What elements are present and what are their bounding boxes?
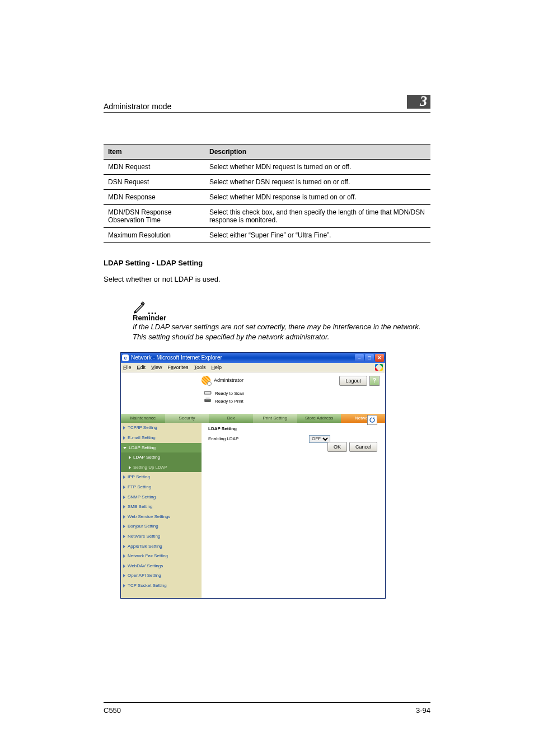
cancel-button[interactable]: Cancel — [349, 442, 377, 452]
cell-item: DSN Request — [104, 175, 205, 190]
scanner-icon — [204, 389, 212, 398]
svg-rect-2 — [205, 392, 211, 394]
main-pane: LDAP Setting Enabling LDAP OFF OK Cancel — [202, 423, 385, 598]
menu-edit[interactable]: Edit — [137, 365, 146, 371]
cell-desc: Select whether DSN request is turned on … — [205, 175, 430, 190]
nav-webdav[interactable]: WebDAV Settings — [121, 561, 202, 571]
col-header-item: Item — [104, 144, 205, 160]
table-row: MDN Response Select whether MDN response… — [104, 190, 430, 205]
table-row: MDN/DSN Response Observation Time Select… — [104, 205, 430, 228]
nav-setting-up-ldap[interactable]: Setting Up LDAP — [121, 463, 202, 473]
nav-smb[interactable]: SMB Setting — [121, 502, 202, 512]
administrator-label: Administrator — [214, 377, 243, 384]
nav-bonjour[interactable]: Bonjour Setting — [121, 521, 202, 531]
main-heading: LDAP Setting — [208, 426, 378, 432]
cell-item: MDN Request — [104, 160, 205, 175]
chapter-number: 3 — [420, 93, 427, 110]
table-row: Maximum Resolution Select either “Super … — [104, 228, 430, 243]
ok-button[interactable]: OK — [327, 442, 347, 452]
ie-icon: e — [122, 354, 129, 361]
tab-maintenance[interactable]: Maintenance — [121, 414, 165, 423]
tab-network[interactable]: Network — [341, 414, 385, 423]
scanner-status: Ready to Scan — [215, 391, 244, 396]
svg-point-5 — [209, 400, 210, 400]
window-maximize-button[interactable]: □ — [365, 354, 374, 362]
table-row: DSN Request Select whether DSN request i… — [104, 175, 430, 190]
nav-ldap-group[interactable]: LDAP Setting — [121, 443, 202, 453]
menu-help[interactable]: Help — [211, 365, 222, 371]
cell-item: MDN Response — [104, 190, 205, 205]
logout-button[interactable]: Logout — [339, 376, 367, 386]
page-footer: C550 3-94 — [104, 702, 430, 715]
nav-ftp[interactable]: FTP Setting — [121, 482, 202, 492]
help-button[interactable]: ? — [369, 376, 380, 386]
printer-icon — [204, 397, 212, 405]
nav-web-service[interactable]: Web Service Settings — [121, 512, 202, 522]
nav-snmp[interactable]: SNMP Setting — [121, 492, 202, 502]
section-body: Select whether or not LDAP is used. — [104, 275, 430, 283]
menu-view[interactable]: View — [151, 365, 162, 371]
window-minimize-button[interactable]: – — [355, 354, 364, 362]
printer-status: Ready to Print — [215, 399, 243, 404]
nav-network-fax[interactable]: Network Fax Setting — [121, 551, 202, 561]
page-header: Administrator mode 3 — [104, 95, 430, 113]
footer-page: 3-94 — [416, 706, 430, 715]
note-title: Reminder — [133, 314, 430, 322]
administrator-icon — [202, 376, 210, 385]
nav-netware[interactable]: NetWare Setting — [121, 531, 202, 542]
menu-tools[interactable]: Tools — [194, 365, 205, 371]
nav-tcp-socket[interactable]: TCP Socket Setting — [121, 581, 202, 591]
cell-item: MDN/DSN Response Observation Time — [104, 205, 205, 228]
cell-desc: Select either “Super Fine” or “Ultra Fin… — [205, 228, 430, 243]
nav-ldap-setting[interactable]: LDAP Setting — [121, 452, 202, 463]
nav-ipp[interactable]: IPP Setting — [121, 472, 202, 482]
tab-security[interactable]: Security — [165, 414, 209, 423]
header-title: Administrator mode — [104, 102, 171, 111]
tab-store-address[interactable]: Store Address — [297, 414, 341, 423]
cell-item: Maximum Resolution — [104, 228, 205, 243]
browser-window: e Network - Microsoft Internet Explorer … — [120, 352, 386, 599]
note-body: If the LDAP server settings are not set … — [133, 322, 430, 342]
parameter-table: Item Description MDN Request Select whet… — [104, 144, 430, 243]
cell-desc: Select whether MDN response is turned on… — [205, 190, 430, 205]
tab-print-setting[interactable]: Print Setting — [253, 414, 297, 423]
col-header-description: Description — [205, 144, 430, 160]
enabling-ldap-label: Enabling LDAP — [208, 436, 309, 442]
note-dots: … — [147, 308, 157, 314]
window-close-button[interactable]: ✕ — [375, 354, 384, 362]
cell-desc: Select whether MDN request is turned on … — [205, 160, 430, 175]
cell-desc: Select this check box, and then specify … — [205, 205, 430, 228]
tab-bar: Maintenance Security Box Print Setting S… — [121, 414, 385, 423]
menu-file[interactable]: File — [123, 365, 132, 371]
nav-pane: TCP/IP Setting E-mail Setting LDAP Setti… — [121, 423, 202, 598]
table-row: MDN Request Select whether MDN request i… — [104, 160, 430, 175]
nav-appletalk[interactable]: AppleTalk Setting — [121, 542, 202, 552]
menu-favorites[interactable]: Favorites — [167, 365, 188, 371]
footer-model: C550 — [104, 706, 121, 715]
window-titlebar: e Network - Microsoft Internet Explorer … — [121, 353, 385, 363]
nav-tcpip[interactable]: TCP/IP Setting — [121, 423, 202, 433]
window-title: Network - Microsoft Internet Explorer — [131, 354, 222, 361]
menu-bar: File Edit View Favorites Tools Help — [121, 363, 385, 372]
reminder-icon — [133, 300, 146, 314]
svg-rect-4 — [206, 398, 210, 400]
nav-email[interactable]: E-mail Setting — [121, 433, 202, 443]
tab-box[interactable]: Box — [209, 414, 253, 423]
section-heading: LDAP Setting - LDAP Setting — [104, 259, 430, 267]
note-box: … Reminder If the LDAP server settings a… — [133, 297, 430, 342]
nav-openapi[interactable]: OpenAPI Setting — [121, 571, 202, 581]
windows-flag-icon — [375, 364, 383, 371]
